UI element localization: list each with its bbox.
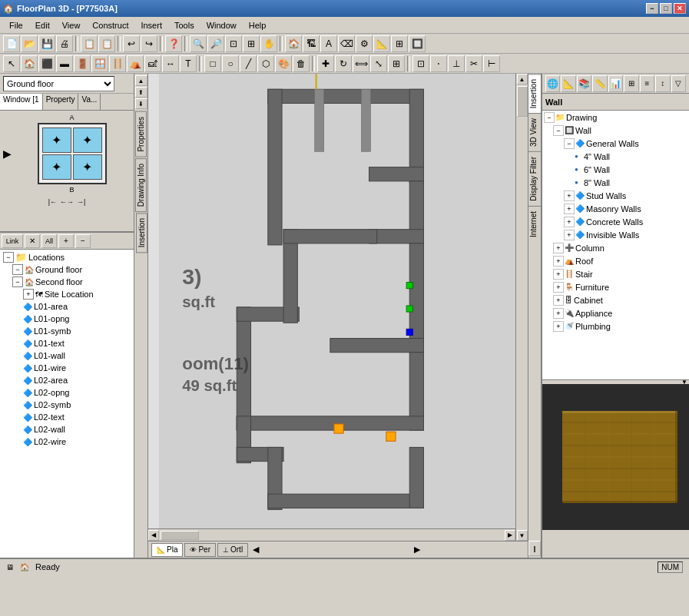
- tree-item-l02-wall[interactable]: 🔷 L02-wall: [2, 423, 132, 436]
- tree-all-btn[interactable]: All: [41, 234, 57, 248]
- canvas-content[interactable]: 3) sq.ft oom(11) 49 sq.ft ▲ ▼ ◀ ▶: [148, 74, 528, 541]
- tb-text[interactable]: A: [320, 35, 337, 52]
- internet-vert-tab[interactable]: Internet: [528, 206, 541, 242]
- tb2-delete[interactable]: 🗑: [293, 55, 310, 72]
- close-button[interactable]: ✕: [674, 3, 686, 14]
- wt-masonry-walls[interactable]: + 🔷 Masonry Walls: [542, 202, 689, 215]
- tb-snap[interactable]: 🔲: [409, 35, 426, 52]
- rp-btn-sort[interactable]: ↕: [655, 75, 670, 92]
- wt-cabinet[interactable]: + 🗄 Cabinet: [542, 293, 689, 306]
- tb-redo[interactable]: ↪: [141, 35, 157, 52]
- tb2-snap2[interactable]: ⋅: [430, 55, 447, 72]
- tb2-extend[interactable]: ⊢: [483, 55, 500, 72]
- tb2-door[interactable]: 🚪: [74, 55, 91, 72]
- tb2-grid2[interactable]: ⊡: [412, 55, 429, 72]
- menu-help[interactable]: Help: [243, 19, 273, 31]
- canvas-scroll-left[interactable]: ◀: [253, 545, 259, 555]
- expand-masonry[interactable]: +: [564, 204, 575, 214]
- expand-locations[interactable]: −: [3, 252, 14, 263]
- expand-roof[interactable]: +: [553, 256, 564, 267]
- expand-ground[interactable]: −: [12, 264, 23, 275]
- tb2-group[interactable]: ⊞: [388, 55, 405, 72]
- tb-undo[interactable]: ↩: [123, 35, 140, 52]
- rp-btn-grid[interactable]: ⊞: [624, 75, 638, 92]
- tree-item-l01-wall[interactable]: 🔷 L01-wall: [2, 349, 132, 362]
- rp-btn-chart[interactable]: 📊: [608, 75, 623, 92]
- tb-zoom-in[interactable]: 🔍: [190, 35, 207, 52]
- scroll-right-btn[interactable]: ▶: [505, 530, 515, 541]
- side-btn-double-dn[interactable]: ⬇: [135, 98, 147, 109]
- tree-item-l02-wire[interactable]: 🔷 L02-wire: [2, 436, 132, 448]
- wt-column[interactable]: + ➕ Column: [542, 241, 689, 254]
- tree-delete-btn[interactable]: ✕: [25, 234, 40, 248]
- floor-dropdown[interactable]: Ground floor Second floor Site Location: [3, 76, 114, 91]
- canvas-scroll-right[interactable]: ▶: [414, 545, 420, 555]
- tb2-circle[interactable]: ○: [222, 55, 239, 72]
- tb2-fill[interactable]: 🎨: [275, 55, 292, 72]
- tb2-furniture[interactable]: 🛋: [144, 55, 161, 72]
- tb-eraser[interactable]: ⌫: [338, 35, 355, 52]
- canvas-tab-ortl[interactable]: ⊥Ortl: [217, 543, 248, 557]
- tree-add-btn[interactable]: +: [58, 234, 74, 248]
- tree-item-second-floor[interactable]: − 🏠 Second floor: [2, 276, 132, 288]
- wt-stair[interactable]: + 🪜 Stair: [542, 267, 689, 280]
- expand-stair[interactable]: +: [553, 269, 564, 280]
- expand-column[interactable]: +: [553, 243, 564, 253]
- tb-3d-1[interactable]: 🏠: [285, 35, 302, 52]
- tb2-mirror[interactable]: ⟺: [353, 55, 369, 72]
- tb2-wall[interactable]: ▬: [56, 55, 73, 72]
- display-filter-vert-tab[interactable]: Display Filter: [528, 151, 541, 206]
- menu-file[interactable]: File: [3, 19, 29, 31]
- rp-btn-list[interactable]: ≡: [640, 75, 654, 92]
- tree-collapse-btn[interactable]: −: [75, 234, 91, 248]
- rp-btn-globe[interactable]: 🌐: [545, 75, 560, 92]
- rp-btn-draw[interactable]: 📐: [561, 75, 575, 92]
- tb2-window[interactable]: 🪟: [91, 55, 108, 72]
- wt-8-wall[interactable]: ● 8" Wall: [542, 176, 689, 189]
- prop-tab-property[interactable]: Property: [43, 94, 79, 110]
- wt-6-wall[interactable]: ● 6" Wall: [542, 163, 689, 176]
- scroll-hthumb[interactable]: [161, 531, 199, 540]
- tb-zoom-out[interactable]: 🔎: [207, 35, 224, 52]
- insertion-vert-tab[interactable]: Insertion: [528, 74, 541, 113]
- tb2-roof[interactable]: ⛺: [127, 55, 144, 72]
- side-btn-double-up[interactable]: ⬆: [135, 87, 147, 98]
- tree-item-locations[interactable]: − 📁 Locations: [2, 251, 132, 263]
- wt-furniture[interactable]: + 🪑 Furniture: [542, 280, 689, 293]
- wt-appliance[interactable]: + 🔌 Appliance: [542, 306, 689, 320]
- tb2-move[interactable]: ✚: [317, 55, 334, 72]
- tb-zoom-box[interactable]: ⊞: [243, 35, 260, 52]
- tb2-trim[interactable]: ✂: [465, 55, 482, 72]
- canvas-scrollbar-h[interactable]: ◀ ▶: [148, 528, 515, 541]
- canvas-area[interactable]: 3) sq.ft oom(11) 49 sq.ft ▲ ▼ ◀ ▶ 📐Pla: [148, 74, 528, 558]
- menu-construct[interactable]: Construct: [86, 19, 134, 31]
- tb2-box[interactable]: □: [204, 55, 221, 72]
- tb2-scale[interactable]: ⤡: [370, 55, 387, 72]
- tb2-poly[interactable]: ⬡: [257, 55, 274, 72]
- canvas-scrollbar-v[interactable]: ▲ ▼: [515, 74, 528, 541]
- tree-item-ground-floor[interactable]: − 🏠 Ground floor: [2, 263, 132, 276]
- scroll-left-btn[interactable]: ◀: [148, 530, 159, 541]
- scroll-dn-btn[interactable]: ▼: [517, 530, 528, 541]
- tree-item-l01-text[interactable]: 🔷 L01-text: [2, 337, 132, 349]
- right-collapse-btn[interactable]: ‖: [528, 541, 541, 556]
- menu-edit[interactable]: Edit: [29, 19, 56, 31]
- tb-zoom-all[interactable]: ⊡: [225, 35, 242, 52]
- tb-3d-2[interactable]: 🏗: [303, 35, 320, 52]
- rp-btn-filter[interactable]: ▽: [671, 75, 686, 92]
- tb-print[interactable]: 🖨: [56, 35, 73, 52]
- tb-save[interactable]: 💾: [38, 35, 55, 52]
- 3dview-vert-tab[interactable]: 3D View: [528, 113, 541, 151]
- menu-tools[interactable]: Tools: [168, 19, 200, 31]
- canvas-tab-per[interactable]: 👁Per: [184, 543, 216, 557]
- expand-second[interactable]: −: [12, 277, 23, 287]
- scroll-up-btn[interactable]: ▲: [517, 74, 528, 84]
- tb2-ortho[interactable]: ⊥: [448, 55, 465, 72]
- wt-stud-walls[interactable]: + 🔷 Stud Walls: [542, 189, 689, 202]
- expand-concrete[interactable]: +: [564, 217, 575, 227]
- tb2-stairs[interactable]: 🪜: [109, 55, 126, 72]
- menu-insert[interactable]: Insert: [134, 19, 168, 31]
- rp-btn-measure[interactable]: 📏: [592, 75, 607, 92]
- drawing-info-vert-tab[interactable]: Drawing Info: [135, 158, 147, 212]
- tb-measure[interactable]: 📐: [373, 35, 390, 52]
